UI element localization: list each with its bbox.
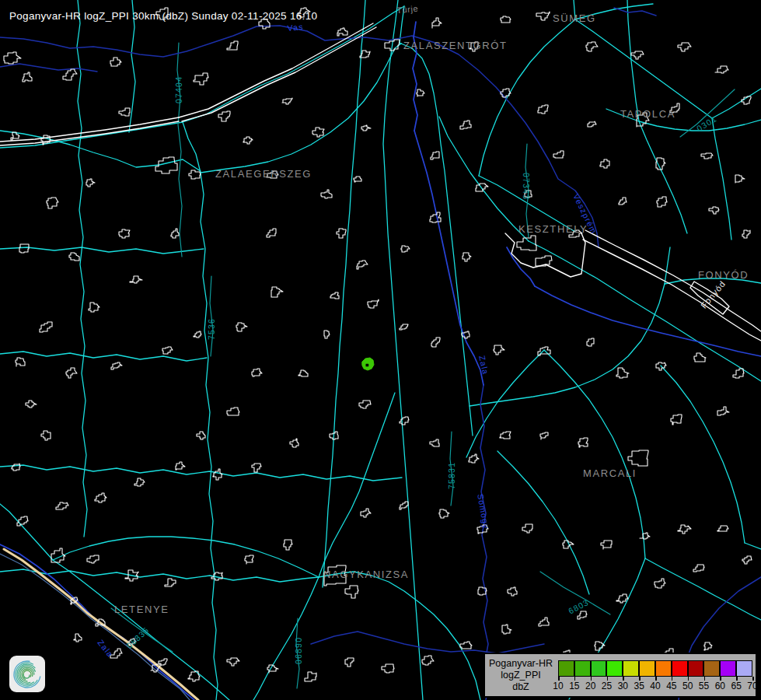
settlement-outline (95, 493, 106, 502)
settlement-outline (463, 253, 471, 261)
legend-tick-label: 70 (747, 681, 757, 691)
settlement-outline (717, 407, 729, 415)
legend-color-cell (672, 661, 687, 676)
river-line (0, 64, 97, 72)
road-number-07343: 07343 (522, 173, 531, 200)
legend-product: logZ_PPI (488, 670, 553, 681)
railway-line (505, 233, 585, 277)
road-line (529, 241, 761, 381)
settlement-outline (563, 541, 574, 548)
settlement-outline (616, 368, 629, 378)
settlement-outline (588, 121, 596, 127)
settlement-outline (40, 322, 52, 332)
legend-tick-label: 10 (553, 681, 563, 691)
settlement-outline (671, 415, 682, 425)
settlement-outline (628, 450, 648, 466)
settlement-outline (508, 587, 517, 596)
river-line (535, 286, 761, 356)
railway-line (0, 117, 179, 142)
road-line (661, 366, 745, 543)
settlement-outline (430, 439, 439, 446)
road-line (183, 122, 218, 700)
settlement-outline (586, 42, 598, 51)
settlement-outline (66, 368, 77, 378)
settlement-outline (213, 469, 222, 480)
legend-tick-label: 60 (715, 681, 725, 691)
legend-tick-label: 25 (602, 681, 612, 691)
legend-tick-label: 40 (650, 681, 660, 691)
settlement-outline (717, 526, 728, 531)
settlement-outline (678, 525, 691, 534)
settlement-outline (501, 16, 511, 23)
settlement-outline (171, 229, 179, 238)
legend-tick-label: 45 (666, 681, 676, 691)
city-label-marcali: MARCALI (583, 467, 637, 479)
settlement-outline (4, 52, 21, 64)
settlement-outline (337, 229, 346, 238)
settlement-outline (330, 292, 339, 299)
settlement-outline (742, 556, 752, 564)
city-label-zalaszentgrot: ZALASZENTGRÓT (403, 40, 507, 51)
river-line (342, 36, 599, 247)
settlement-outline (502, 625, 511, 634)
legend-tick-label: 50 (682, 681, 693, 691)
settlement-outline (236, 323, 247, 331)
legend-tick-label: 55 (699, 681, 709, 691)
settlement-outline (134, 478, 145, 486)
city-label-nagykanizsa: NAGYKANIZSA (323, 569, 409, 580)
settlement-outline (361, 125, 371, 131)
road-line (470, 247, 670, 406)
road-number-06890: 06890 (294, 637, 303, 664)
radar-echo-core (366, 364, 368, 366)
legend-color-cell (575, 661, 590, 676)
legend-tick-label: 65 (731, 681, 741, 691)
settlement-outline (469, 454, 479, 463)
settlement-outline (17, 516, 28, 526)
settlement-outline (735, 175, 745, 183)
river-line (311, 632, 544, 653)
legend-unit: dbZ (488, 681, 553, 693)
legend-color-cell (721, 661, 735, 676)
settlement-outline (400, 417, 409, 425)
settlement-outline (227, 408, 239, 415)
road-line (53, 537, 319, 577)
settlement-outline (267, 665, 278, 673)
legend-tick-labels: 10152025303540455055606570 (558, 681, 752, 691)
road-line (639, 121, 687, 233)
settlement-outline (111, 362, 122, 369)
spiral-logo-icon (9, 656, 45, 692)
settlement-outline (165, 579, 176, 586)
settlement-outline (252, 464, 261, 472)
legend-color-cell (607, 661, 622, 676)
settlement-outline (382, 664, 394, 673)
settlement-outline (460, 642, 472, 649)
settlement-outline (69, 253, 79, 261)
city-label-keszthely: KESZTHELY (518, 223, 588, 235)
railway-line (179, 23, 373, 117)
settlement-outline (337, 28, 347, 36)
city-label-turje: Türje (396, 4, 419, 15)
legend-tick-label: 30 (618, 681, 628, 691)
legend-color-cell (592, 661, 606, 676)
river-line (413, 22, 417, 131)
settlement-outline (305, 672, 316, 681)
settlement-outline (715, 66, 728, 73)
settlement-outline (601, 541, 612, 549)
settlement-outline (290, 439, 298, 447)
settlement-outline (631, 51, 644, 59)
settlement-outline (312, 128, 324, 137)
road-line (77, 0, 87, 537)
road-line (0, 247, 204, 254)
settlement-outline (110, 58, 121, 66)
road-line (0, 465, 402, 481)
settlement-outline (460, 121, 471, 129)
settlement-outline (194, 73, 208, 85)
settlement-outline (245, 555, 253, 564)
settlement-outline (600, 159, 609, 168)
settlement-outline (640, 533, 650, 539)
settlement-outline (422, 656, 434, 665)
settlement-outline (701, 153, 713, 159)
settlement-outline (130, 276, 142, 283)
legend-tick-label: 15 (569, 681, 579, 691)
settlement-outline (439, 509, 449, 518)
